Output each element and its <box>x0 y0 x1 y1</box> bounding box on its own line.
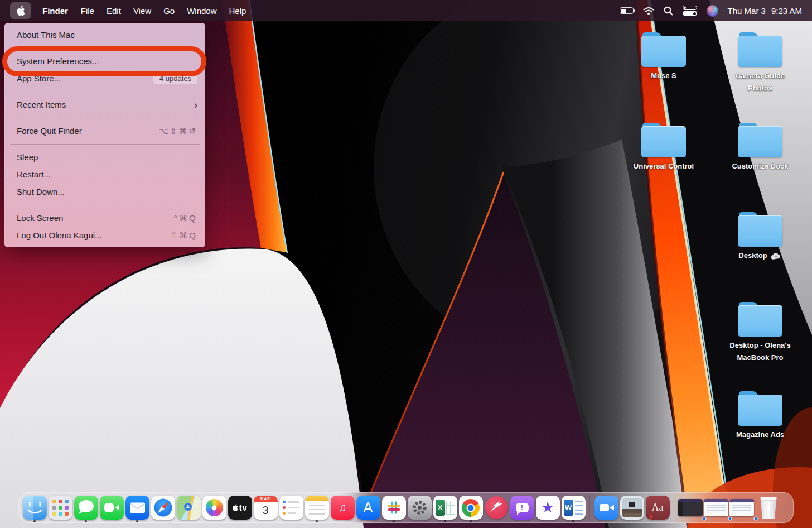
apple-menu-button[interactable] <box>10 2 31 19</box>
mail-icon <box>125 496 149 520</box>
skitch-icon <box>485 496 508 519</box>
reminders-icon <box>279 496 303 520</box>
feedback-assistant-icon: ! <box>510 496 534 520</box>
imovie-star-icon: ★ <box>536 496 560 520</box>
menubar-item-window[interactable]: Window <box>181 0 223 21</box>
menu-item-recent-items[interactable]: Recent Items › <box>4 96 205 113</box>
macos-desktop: Finder File Edit View Go Window Help <box>0 0 812 528</box>
zoom-icon <box>594 496 618 520</box>
shortcut-label: ⌥⇧⌘↺ <box>159 126 197 136</box>
dock-mail[interactable] <box>124 492 150 523</box>
menubar-item-edit[interactable]: Edit <box>100 0 127 21</box>
dock-finder[interactable] <box>22 492 47 523</box>
music-icon: ♫ <box>331 496 355 520</box>
menu-separator <box>4 140 205 148</box>
folder-icon <box>641 32 686 67</box>
folder-icon <box>641 123 686 157</box>
slack-icon <box>382 496 406 520</box>
safari-icon <box>151 496 175 520</box>
messages-icon <box>74 496 98 520</box>
menu-item-app-store[interactable]: App Store... 4 updates <box>4 70 205 87</box>
menu-item-system-preferences[interactable]: System Preferences... <box>4 52 205 70</box>
dock-notes[interactable] <box>304 492 330 523</box>
icloud-download-icon <box>770 252 782 260</box>
menu-item-lock-screen[interactable]: Lock Screen ^⌘Q <box>4 209 205 227</box>
desktop-folder-magazine-ads[interactable]: Magazine Ads <box>724 391 796 441</box>
siri-icon[interactable] <box>707 5 718 17</box>
dock-maps[interactable] <box>176 492 201 523</box>
minimized-window-thumbnail <box>678 499 703 516</box>
search-icon[interactable] <box>664 6 673 16</box>
menu-item-restart[interactable]: Restart... <box>4 166 205 183</box>
chrome-icon <box>459 496 483 520</box>
dock-excel[interactable]: X <box>432 492 458 523</box>
facetime-icon <box>100 496 124 520</box>
launchpad-icon <box>49 496 72 520</box>
dock-imovie[interactable]: ★ <box>535 492 560 523</box>
dock-launchpad[interactable] <box>47 492 73 523</box>
dock-word[interactable]: W <box>560 492 586 523</box>
menubar-clock[interactable]: Thu Mar 3 9:23 AM <box>728 6 802 16</box>
dock-reminders[interactable] <box>278 492 304 523</box>
menubar-date: Thu Mar 3 <box>728 6 766 16</box>
dock-zoom[interactable] <box>593 492 619 523</box>
system-preferences-gear-icon <box>408 496 432 520</box>
dock-skitch[interactable] <box>484 492 509 523</box>
minimized-window-thumbnail <box>729 499 754 516</box>
dock-desk-photo-app[interactable] <box>619 492 645 523</box>
dock-messages[interactable] <box>73 492 99 523</box>
apple-logo-icon <box>16 6 25 16</box>
folder-icon <box>738 32 782 67</box>
battery-icon[interactable] <box>620 7 634 14</box>
desktop-folder-customize-dock[interactable]: Customize Dock <box>724 123 796 172</box>
dock-minimized-chrome-window-1[interactable] <box>678 492 703 523</box>
menu-separator <box>4 113 205 122</box>
dock-facetime[interactable] <box>99 492 124 523</box>
menu-item-shut-down[interactable]: Shut Down... <box>4 183 205 200</box>
dock-chrome[interactable] <box>458 492 484 523</box>
menu-item-force-quit-finder[interactable]: Force Quit Finder ⌥⇧⌘↺ <box>4 122 205 140</box>
shortcut-label: ⇧⌘Q <box>171 231 197 241</box>
dock-music[interactable]: ♫ <box>330 492 355 523</box>
desktop-folder-muse-s[interactable]: Muse S <box>627 32 700 82</box>
dock-minimized-chrome-window-3[interactable] <box>729 492 755 523</box>
menubar-item-go[interactable]: Go <box>157 0 181 21</box>
menubar-item-help[interactable]: Help <box>223 0 253 21</box>
dock-app-store[interactable]: A <box>355 492 381 523</box>
maps-icon <box>177 496 201 520</box>
dock-trash[interactable] <box>755 492 782 523</box>
dock-apple-tv[interactable]: tv <box>227 492 253 523</box>
finder-icon <box>23 496 47 520</box>
dock-system-preferences[interactable] <box>407 492 432 523</box>
menubar-time: 9:23 AM <box>771 6 802 16</box>
menu-item-log-out[interactable]: Log Out Olena Kagui... ⇧⌘Q <box>4 227 205 244</box>
folder-icon <box>738 123 782 157</box>
dictionary-icon: Aa <box>646 496 670 520</box>
menubar-item-file[interactable]: File <box>75 0 100 21</box>
dock-photos[interactable] <box>201 492 227 523</box>
dock-dictionary[interactable]: Aa <box>645 492 670 523</box>
excel-icon: X <box>433 496 457 520</box>
desktop-folder-desktop-olenas-macbook-pro[interactable]: Desktop - Olena's MacBook Pro <box>724 302 796 364</box>
menu-bar: Finder File Edit View Go Window Help <box>0 0 812 21</box>
dock-slack[interactable] <box>381 492 407 523</box>
menubar-item-view[interactable]: View <box>127 0 157 21</box>
menu-item-sleep[interactable]: Sleep <box>4 148 205 166</box>
minimized-window-thumbnail <box>704 499 728 516</box>
dock-divider <box>589 496 590 520</box>
dock-safari[interactable] <box>150 492 176 523</box>
desktop-folder-universal-control[interactable]: Universal Control <box>627 123 700 172</box>
updates-badge: 4 updates <box>153 73 197 84</box>
apple-tv-icon: tv <box>228 496 252 520</box>
menubar-app-name[interactable]: Finder <box>36 0 75 21</box>
control-center-icon[interactable] <box>683 6 697 16</box>
menu-item-about-this-mac[interactable]: About This Mac <box>4 26 205 44</box>
dock-feedback-assistant[interactable]: ! <box>509 492 535 523</box>
dock-calendar[interactable]: MAR 3 <box>253 492 278 523</box>
desktop-folder-camera-guide-photos[interactable]: Camera Guide Photos <box>724 32 796 95</box>
shortcut-label: ^⌘Q <box>173 213 197 223</box>
dock-minimized-chrome-window-2[interactable] <box>703 492 729 523</box>
menu-separator <box>4 87 205 96</box>
wifi-icon[interactable] <box>643 7 654 15</box>
desktop-folder-desktop[interactable]: Desktop <box>724 212 796 262</box>
